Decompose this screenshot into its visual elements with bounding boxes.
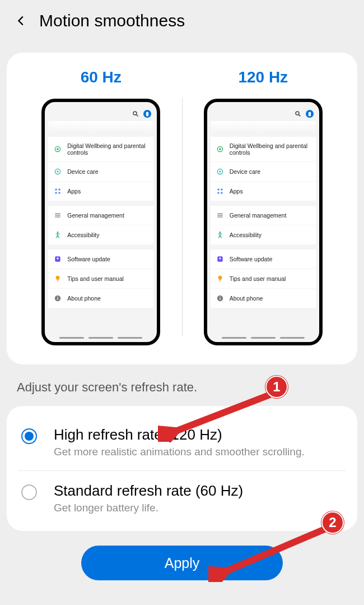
svg-line-20 [298, 115, 300, 117]
svg-rect-37 [220, 297, 220, 297]
radio-selected-icon [21, 428, 37, 444]
avatar-icon [143, 110, 151, 118]
search-icon [132, 110, 139, 117]
back-button[interactable] [12, 12, 30, 30]
wellbeing-icon [216, 145, 224, 153]
svg-point-28 [221, 192, 223, 194]
avatar-icon [306, 110, 314, 118]
svg-rect-17 [58, 298, 58, 300]
general-icon [54, 211, 62, 219]
phone-row-label: Accessibility [67, 232, 99, 238]
option-subtitle: Get more realistic animations and smooth… [54, 446, 305, 458]
apps-icon [54, 187, 62, 195]
apps-icon [216, 187, 224, 195]
svg-point-5 [57, 171, 59, 173]
phone-row-label: General management [230, 212, 287, 219]
apply-button[interactable]: Apply [81, 546, 283, 580]
about-icon [216, 294, 224, 302]
svg-point-24 [219, 171, 221, 173]
search-icon [295, 110, 301, 117]
svg-point-13 [57, 232, 59, 233]
phone-settings-row: Device care [211, 162, 316, 181]
tips-icon [54, 275, 62, 283]
radio-unselected-icon [21, 484, 37, 500]
phone-mock-60hz: Digital Wellbeing and parental controlsD… [41, 99, 160, 345]
phone-settings-row: Tips and user manual [48, 269, 153, 288]
svg-point-7 [58, 188, 60, 191]
phone-settings-row: Software update [48, 250, 153, 269]
care-icon [216, 168, 224, 176]
svg-point-6 [55, 188, 58, 191]
svg-point-32 [219, 232, 221, 233]
phone-row-label: Digital Wellbeing and parental controls [67, 142, 148, 156]
phone-settings-row: General management [211, 206, 316, 225]
svg-point-25 [217, 188, 220, 191]
phone-settings-row: Accessibility [211, 225, 316, 244]
svg-point-8 [55, 192, 58, 194]
svg-rect-34 [220, 280, 221, 281]
about-icon [54, 294, 62, 302]
instruction-text: Adjust your screen's refresh rate. [17, 380, 347, 395]
page-title: Motion smoothness [39, 11, 185, 30]
access-icon [216, 231, 224, 239]
phone-settings-row: Accessibility [48, 225, 153, 244]
phone-row-label: Tips and user manual [230, 275, 286, 282]
svg-point-3 [57, 148, 59, 150]
phone-row-label: General management [67, 212, 124, 219]
phone-settings-row: Tips and user manual [211, 269, 316, 288]
tips-icon [216, 275, 224, 283]
phone-settings-row: Digital Wellbeing and parental controls [48, 137, 153, 161]
preview-120hz: 120 Hz Digital Wellbeing and parental co… [183, 68, 344, 345]
preview-60hz: 60 Hz Digital Wellbeing and parental con… [20, 68, 182, 345]
svg-line-1 [137, 115, 138, 117]
phone-row-label: Apps [67, 188, 81, 195]
refresh-rate-options-card: High refresh rate (120 Hz) Get more real… [7, 406, 357, 531]
phone-mock-120hz: Digital Wellbeing and parental controlsD… [204, 99, 323, 345]
phone-list-60: Digital Wellbeing and parental controlsD… [45, 137, 157, 308]
svg-rect-36 [220, 298, 220, 300]
general-icon [216, 211, 224, 219]
phone-row-label: Software update [230, 256, 272, 262]
option-title: High refresh rate (120 Hz) [54, 426, 305, 444]
svg-point-9 [58, 192, 60, 194]
phone-settings-row: Apps [48, 182, 153, 201]
phone-row-label: About phone [230, 295, 263, 302]
access-icon [54, 231, 62, 239]
phone-row-label: Apps [230, 188, 243, 195]
phone-settings-row: Digital Wellbeing and parental controls [211, 137, 316, 161]
care-icon [54, 168, 62, 176]
svg-point-22 [219, 148, 221, 150]
phone-settings-row: About phone [211, 289, 316, 308]
svg-point-27 [217, 192, 220, 194]
rate-label-60: 60 Hz [81, 68, 122, 86]
update-icon [216, 255, 224, 263]
rate-label-120: 120 Hz [238, 68, 288, 86]
phone-row-label: Device care [67, 168, 98, 175]
chevron-left-icon [15, 15, 27, 27]
option-subtitle: Get longer battery life. [54, 502, 243, 514]
svg-point-19 [296, 112, 299, 115]
svg-rect-15 [57, 280, 58, 281]
wellbeing-icon [54, 145, 62, 153]
phone-row-label: Accessibility [230, 232, 262, 238]
option-standard-refresh[interactable]: Standard refresh rate (60 Hz) Get longer… [18, 470, 346, 527]
phone-settings-row: Software update [211, 250, 316, 269]
option-high-refresh[interactable]: High refresh rate (120 Hz) Get more real… [18, 415, 346, 470]
update-icon [54, 255, 62, 263]
phone-row-label: Software update [67, 256, 110, 262]
phone-settings-row: General management [48, 206, 153, 225]
phone-row-label: Device care [230, 168, 260, 175]
refresh-rate-preview-card: 60 Hz Digital Wellbeing and parental con… [7, 53, 357, 364]
svg-rect-18 [58, 297, 58, 297]
phone-settings-row: Device care [48, 162, 153, 181]
phone-settings-row: Apps [211, 182, 316, 201]
svg-point-0 [133, 112, 137, 115]
option-title: Standard refresh rate (60 Hz) [54, 482, 243, 500]
svg-point-26 [221, 188, 223, 191]
phone-row-label: Tips and user manual [67, 275, 124, 282]
phone-row-label: About phone [67, 295, 101, 302]
phone-row-label: Digital Wellbeing and parental controls [230, 142, 310, 156]
phone-settings-row: About phone [48, 289, 153, 308]
phone-list-120: Digital Wellbeing and parental controlsD… [207, 137, 319, 308]
